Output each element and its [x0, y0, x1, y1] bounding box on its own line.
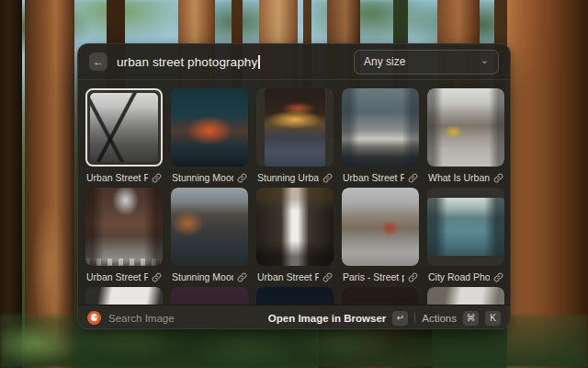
result-item[interactable]: Urban Street Phot...	[256, 188, 334, 283]
result-item-partial[interactable]	[342, 287, 419, 305]
link-icon	[493, 173, 503, 183]
thumbnail-image	[256, 188, 334, 266]
thumbnail	[256, 287, 334, 305]
extension-label: Search Image	[108, 313, 175, 324]
return-key-badge: ↵	[392, 311, 408, 326]
thumbnail	[85, 88, 163, 167]
thumbnail-image	[427, 287, 504, 305]
link-icon	[322, 272, 333, 282]
thumbnail	[171, 188, 248, 266]
thumbnail	[342, 88, 419, 167]
result-item[interactable]: What Is Urban La...	[427, 88, 504, 184]
result-item[interactable]: Paris - Street pho...	[342, 188, 419, 283]
link-icon	[152, 173, 162, 183]
link-icon	[408, 173, 418, 183]
duckduckgo-icon	[87, 311, 101, 325]
thumbnail-image	[171, 188, 248, 266]
result-caption: Urban Street Phot...	[257, 271, 319, 282]
result-item-partial[interactable]	[85, 287, 163, 305]
search-bar: ← urban street photography Any size ⌄	[78, 44, 510, 80]
back-button[interactable]: ←	[89, 52, 107, 71]
result-caption-row: Stunning Moody...	[171, 270, 248, 283]
command-key-badge: ⌘	[463, 311, 479, 326]
thumbnail	[256, 88, 334, 167]
thumbnail	[427, 188, 504, 266]
link-icon	[408, 272, 418, 282]
thumbnail	[256, 188, 334, 266]
result-item[interactable]: Urban Street Phot...	[85, 88, 163, 184]
result-caption-row: Paris - Street pho...	[342, 270, 419, 283]
result-item[interactable]: Urban Street Phot...	[342, 88, 419, 184]
search-input[interactable]: urban street photography	[117, 55, 345, 69]
result-caption-row: Urban Street Phot...	[342, 171, 419, 184]
result-caption: What Is Urban La...	[428, 172, 490, 183]
result-caption: Urban Street Phot...	[86, 172, 148, 183]
thumbnail	[342, 188, 419, 266]
link-icon	[152, 272, 162, 282]
result-caption-row: Urban Street Phot...	[85, 270, 163, 283]
thumbnail-image	[427, 198, 504, 256]
thumbnail-image	[171, 88, 248, 167]
action-bar: Search Image Open Image in Browser ↵ Act…	[78, 305, 510, 329]
thumbnail	[85, 287, 163, 305]
result-caption-row: Stunning Moody...	[171, 171, 248, 184]
results-grid: Urban Street Phot...Stunning Moody...Stu…	[78, 80, 510, 305]
thumbnail-image	[90, 93, 158, 162]
thumbnail-image	[85, 287, 163, 305]
link-icon	[493, 272, 503, 282]
thumbnail	[342, 287, 419, 305]
result-caption-row: Urban Street Phot...	[85, 171, 163, 184]
thumbnail-image	[171, 287, 248, 305]
result-item-partial[interactable]	[256, 287, 334, 305]
link-icon	[237, 173, 247, 183]
thumbnail	[171, 287, 248, 305]
result-item[interactable]: Stunning Moody...	[171, 88, 248, 184]
result-caption: Urban Street Phot...	[86, 271, 148, 282]
divider	[414, 313, 415, 323]
text-caret	[258, 55, 260, 69]
result-caption: Stunning Urban In...	[257, 172, 319, 183]
link-icon	[322, 173, 333, 183]
thumbnail-image	[427, 88, 504, 167]
size-filter-dropdown[interactable]: Any size ⌄	[354, 50, 499, 75]
result-caption-row: Urban Street Phot...	[256, 270, 334, 283]
link-icon	[237, 272, 247, 282]
thumbnail-image	[342, 88, 419, 167]
chevron-down-icon: ⌄	[481, 55, 489, 65]
thumbnail-image	[256, 287, 334, 305]
thumbnail	[427, 88, 504, 167]
result-caption-row: Stunning Urban In...	[256, 171, 334, 184]
result-item[interactable]: Urban Street Phot...	[85, 188, 163, 283]
actions-button[interactable]: Actions	[422, 313, 457, 324]
primary-action-label[interactable]: Open Image in Browser	[268, 313, 386, 324]
result-caption: Stunning Moody...	[172, 271, 233, 282]
result-caption: Paris - Street pho...	[343, 271, 404, 282]
search-query-text: urban street photography	[117, 55, 257, 69]
result-item-partial[interactable]	[171, 287, 248, 305]
arrow-left-icon: ←	[93, 52, 104, 71]
size-filter-value: Any size	[364, 55, 475, 68]
result-caption: Urban Street Phot...	[343, 172, 404, 183]
action-bar-right: Open Image in Browser ↵ Actions ⌘ K	[268, 311, 501, 326]
thumbnail	[427, 287, 504, 305]
raycast-search-window: ← urban street photography Any size ⌄ Ur…	[77, 43, 511, 329]
k-key-badge: K	[485, 311, 501, 326]
result-caption: City Road Photog...	[428, 271, 490, 282]
result-item[interactable]: City Road Photog...	[427, 188, 504, 283]
thumbnail-image	[342, 188, 419, 266]
result-item[interactable]: Stunning Moody...	[171, 188, 248, 283]
result-item[interactable]: Stunning Urban In...	[256, 88, 334, 184]
result-item-partial[interactable]	[427, 287, 504, 305]
result-caption-row: What Is Urban La...	[427, 171, 504, 184]
thumbnail-image	[85, 188, 163, 266]
result-caption: Stunning Moody...	[172, 172, 233, 183]
thumbnail	[171, 88, 248, 167]
result-caption-row: City Road Photog...	[427, 270, 504, 283]
thumbnail-image	[342, 287, 419, 305]
thumbnail-image	[265, 88, 325, 167]
thumbnail	[85, 188, 163, 266]
